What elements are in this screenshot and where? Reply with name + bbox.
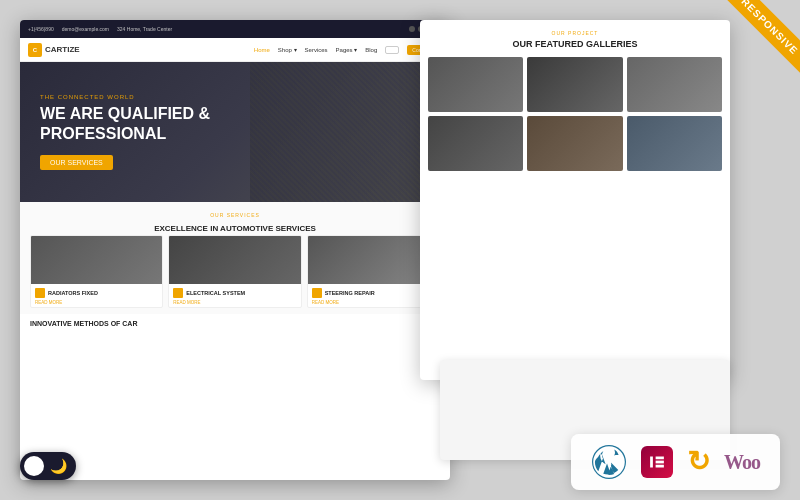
search-box[interactable] bbox=[385, 46, 399, 54]
innovative-title: INNOVATIVE METHODS OF CAR bbox=[30, 320, 440, 327]
topbar-address: 324 Home, Trade Center bbox=[117, 26, 172, 32]
service-icon-row-3: STEERING REPAIR bbox=[312, 288, 435, 298]
topbar-email: demo@example.com bbox=[62, 26, 109, 32]
service-readmore-1[interactable]: READ MORE bbox=[35, 300, 158, 305]
nav-home[interactable]: Home bbox=[254, 47, 270, 53]
logo-icon: C bbox=[28, 43, 42, 57]
svg-rect-3 bbox=[656, 461, 664, 464]
service-info-2: ELECTRICAL SYSTEM READ MORE bbox=[169, 284, 300, 307]
nav-pages[interactable]: Pages ▾ bbox=[336, 46, 358, 53]
services-label: OUR SERVICES bbox=[30, 212, 440, 218]
service-image-1 bbox=[31, 236, 162, 284]
service-icon-row-2: ELECTRICAL SYSTEM bbox=[173, 288, 296, 298]
service-icon-row-1: RADIATORS FIXED bbox=[35, 288, 158, 298]
topbar-left: +1(456)890 demo@example.com 324 Home, Tr… bbox=[28, 26, 172, 32]
service-readmore-3[interactable]: READ MORE bbox=[312, 300, 435, 305]
elementor-icon bbox=[641, 446, 673, 478]
moon-icon: 🌙 bbox=[50, 458, 67, 474]
service-info-1: RADIATORS FIXED READ MORE bbox=[31, 284, 162, 307]
left-preview-card: +1(456)890 demo@example.com 324 Home, Tr… bbox=[20, 20, 450, 480]
nav-blog[interactable]: Blog bbox=[365, 47, 377, 53]
gallery-thumb-2[interactable] bbox=[527, 57, 622, 112]
gallery-thumb-1[interactable] bbox=[428, 57, 523, 112]
gallery-thumb-6[interactable] bbox=[627, 116, 722, 171]
service-name-1: RADIATORS FIXED bbox=[48, 290, 98, 296]
svg-rect-4 bbox=[656, 465, 664, 468]
tech-badges: ↻ Woo bbox=[571, 434, 780, 490]
service-image-2 bbox=[169, 236, 300, 284]
hero-title: WE ARE QUALIFIED &PROFESSIONAL bbox=[40, 104, 430, 142]
services-grid: RADIATORS FIXED READ MORE ELECTRICAL SYS… bbox=[30, 235, 440, 308]
hero-button[interactable]: OUR SERVICES bbox=[40, 155, 113, 170]
svg-rect-2 bbox=[656, 457, 664, 460]
nav-links: Home Shop ▾ Services Pages ▾ Blog Contac… bbox=[254, 45, 442, 55]
service-icon-3 bbox=[312, 288, 322, 298]
galleries-section: OUR PROJECT OUR FEATURED GALLERIES bbox=[420, 20, 730, 179]
services-title: EXCELLENCE IN AUTOMOTIVE SERVICES bbox=[30, 224, 440, 233]
logo-text: CARTIZE bbox=[45, 45, 80, 54]
nav-services[interactable]: Services bbox=[305, 47, 328, 53]
dark-mode-toggle[interactable]: 🌙 bbox=[20, 452, 76, 480]
refresh-icon: ↻ bbox=[687, 448, 710, 476]
services-section: OUR SERVICES EXCELLENCE IN AUTOMOTIVE SE… bbox=[20, 202, 450, 314]
service-readmore-2[interactable]: READ MORE bbox=[173, 300, 296, 305]
main-container: +1(456)890 demo@example.com 324 Home, Tr… bbox=[0, 0, 800, 500]
service-name-3: STEERING REPAIR bbox=[325, 290, 375, 296]
galleries-label: OUR PROJECT bbox=[428, 30, 722, 36]
woocommerce-label: Woo bbox=[724, 451, 760, 474]
site-hero: THE CONNECTED WORLD WE ARE QUALIFIED &PR… bbox=[20, 62, 450, 202]
hero-subtitle: THE CONNECTED WORLD bbox=[40, 94, 430, 100]
site-topbar: +1(456)890 demo@example.com 324 Home, Tr… bbox=[20, 20, 450, 38]
site-navbar: C CARTIZE Home Shop ▾ Services Pages ▾ B… bbox=[20, 38, 450, 62]
service-name-2: ELECTRICAL SYSTEM bbox=[186, 290, 245, 296]
service-icon-2 bbox=[173, 288, 183, 298]
galleries-grid bbox=[428, 57, 722, 171]
responsive-badge: RESPONSIVE bbox=[685, 0, 800, 115]
responsive-badge-text: RESPONSIVE bbox=[714, 0, 800, 79]
right-preview-card: OUR PROJECT OUR FEATURED GALLERIES bbox=[420, 20, 730, 380]
wordpress-icon bbox=[591, 444, 627, 480]
service-icon-1 bbox=[35, 288, 45, 298]
galleries-title: OUR FEATURED GALLERIES bbox=[428, 39, 722, 49]
gallery-thumb-5[interactable] bbox=[527, 116, 622, 171]
site-logo: C CARTIZE bbox=[28, 43, 80, 57]
nav-shop[interactable]: Shop ▾ bbox=[278, 46, 297, 53]
gallery-thumb-4[interactable] bbox=[428, 116, 523, 171]
topbar-phone: +1(456)890 bbox=[28, 26, 54, 32]
hero-content: THE CONNECTED WORLD WE ARE QUALIFIED &PR… bbox=[40, 94, 430, 169]
innovative-section: INNOVATIVE METHODS OF CAR bbox=[20, 314, 450, 333]
service-card-2: ELECTRICAL SYSTEM READ MORE bbox=[168, 235, 301, 308]
service-card-1: RADIATORS FIXED READ MORE bbox=[30, 235, 163, 308]
svg-rect-1 bbox=[650, 457, 653, 468]
toggle-knob bbox=[24, 456, 44, 476]
social-icon-1 bbox=[409, 26, 415, 32]
